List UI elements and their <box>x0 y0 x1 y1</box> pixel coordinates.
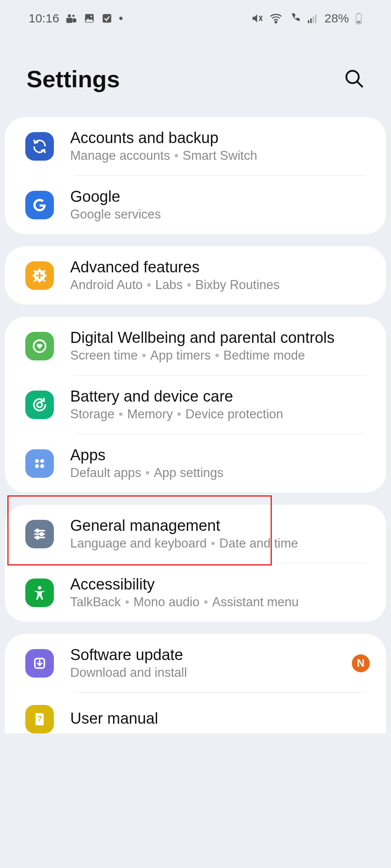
svg-rect-26 <box>44 275 47 276</box>
svg-point-38 <box>36 529 39 532</box>
svg-rect-23 <box>39 268 40 270</box>
svg-text:?: ? <box>37 714 42 723</box>
settings-group: Accounts and backup Manage accounts•Smar… <box>5 117 386 234</box>
svg-line-19 <box>358 82 363 87</box>
accessibility-icon <box>25 579 54 607</box>
google-icon <box>25 191 54 219</box>
item-subtitle: Manage accounts•Smart Switch <box>70 148 370 163</box>
svg-rect-14 <box>315 15 317 23</box>
item-subtitle: Default apps•App settings <box>70 466 370 480</box>
item-title: Digital Wellbeing and parental controls <box>70 329 370 347</box>
sliders-icon <box>25 520 54 548</box>
svg-rect-16 <box>358 13 360 14</box>
image-icon <box>84 13 95 24</box>
svg-point-35 <box>35 464 39 468</box>
heart-circle-icon <box>25 332 54 360</box>
svg-point-32 <box>37 402 42 407</box>
item-google[interactable]: Google Google services <box>5 176 386 234</box>
item-accessibility[interactable]: Accessibility TalkBack•Mono audio•Assist… <box>5 563 386 622</box>
item-battery-device-care[interactable]: Battery and device care Storage•Memory•D… <box>5 375 386 434</box>
download-arrow-icon <box>25 649 54 678</box>
search-button[interactable] <box>343 68 364 90</box>
svg-rect-11 <box>308 20 309 23</box>
search-icon <box>343 84 364 90</box>
vibrate-mute-icon <box>251 12 263 24</box>
item-subtitle: Screen time•App timers•Bedtime mode <box>70 348 370 363</box>
item-subtitle: Google services <box>70 207 370 222</box>
page-title: Settings <box>27 65 120 93</box>
battery-percent: 28% <box>324 11 349 25</box>
svg-rect-7 <box>103 14 111 23</box>
item-subtitle: Android Auto•Labs•Bixby Routines <box>70 278 370 292</box>
settings-group: Software update Download and install N ?… <box>5 634 386 733</box>
svg-rect-17 <box>357 21 361 23</box>
item-title: Apps <box>70 446 370 464</box>
svg-point-40 <box>40 532 43 535</box>
item-title: Battery and device care <box>70 388 370 405</box>
status-right: 28% <box>251 11 362 25</box>
apps-grid-icon <box>25 449 54 478</box>
item-title: Accounts and backup <box>70 129 370 147</box>
item-digital-wellbeing[interactable]: Digital Wellbeing and parental controls … <box>5 317 386 375</box>
signal-icon <box>307 13 318 24</box>
wifi-icon <box>269 12 282 25</box>
svg-rect-22 <box>36 275 43 276</box>
svg-rect-30 <box>33 279 36 282</box>
dot-icon: • <box>119 11 123 25</box>
item-title: User manual <box>70 710 370 727</box>
item-advanced-features[interactable]: Advanced features Android Auto•Labs•Bixb… <box>5 246 386 305</box>
item-subtitle: Language and keyboard•Date and time <box>70 536 370 551</box>
svg-point-36 <box>40 464 44 468</box>
svg-rect-3 <box>73 18 76 22</box>
status-bar: 10:16 • 28% <box>0 0 391 37</box>
svg-point-10 <box>275 21 277 23</box>
battery-icon <box>355 12 362 24</box>
item-title: Advanced features <box>70 258 370 276</box>
item-accounts-backup[interactable]: Accounts and backup Manage accounts•Smar… <box>5 117 386 175</box>
item-subtitle: Storage•Memory•Device protection <box>70 407 370 422</box>
svg-rect-12 <box>310 18 312 23</box>
status-time: 10:16 <box>29 11 59 25</box>
settings-header: Settings <box>0 37 391 117</box>
svg-point-43 <box>38 586 42 590</box>
notification-badge: N <box>352 654 370 672</box>
svg-rect-28 <box>43 279 46 282</box>
svg-point-6 <box>91 15 92 17</box>
item-title: General management <box>70 517 370 534</box>
settings-group: Digital Wellbeing and parental controls … <box>5 317 386 493</box>
settings-group: Advanced features Android Auto•Labs•Bixb… <box>5 246 386 305</box>
item-subtitle: TalkBack•Mono audio•Assistant menu <box>70 595 370 610</box>
svg-rect-24 <box>39 280 40 283</box>
item-software-update[interactable]: Software update Download and install N <box>5 634 386 692</box>
book-help-icon: ? <box>25 705 54 733</box>
svg-point-0 <box>68 14 71 18</box>
status-left: 10:16 • <box>29 11 123 25</box>
sync-icon <box>25 132 54 161</box>
svg-rect-2 <box>67 18 73 23</box>
item-title: Accessibility <box>70 576 370 593</box>
svg-rect-13 <box>313 16 314 23</box>
item-title: Google <box>70 188 370 205</box>
teams-icon <box>65 12 78 24</box>
item-title: Software update <box>70 646 335 664</box>
plus-gear-icon <box>25 261 54 290</box>
item-subtitle: Download and install <box>70 665 335 680</box>
svg-point-33 <box>35 459 39 463</box>
svg-point-42 <box>36 536 39 539</box>
svg-rect-25 <box>33 275 35 276</box>
item-user-manual[interactable]: ? User manual <box>5 693 386 733</box>
svg-point-34 <box>40 459 44 463</box>
circle-refresh-icon <box>25 391 54 419</box>
phone-call-icon <box>289 12 301 24</box>
item-apps[interactable]: Apps Default apps•App settings <box>5 434 386 493</box>
item-general-management[interactable]: General management Language and keyboard… <box>5 505 386 563</box>
svg-point-18 <box>347 71 359 83</box>
checkbox-icon <box>101 13 113 24</box>
svg-point-1 <box>72 15 75 17</box>
settings-group: General management Language and keyboard… <box>5 505 386 622</box>
